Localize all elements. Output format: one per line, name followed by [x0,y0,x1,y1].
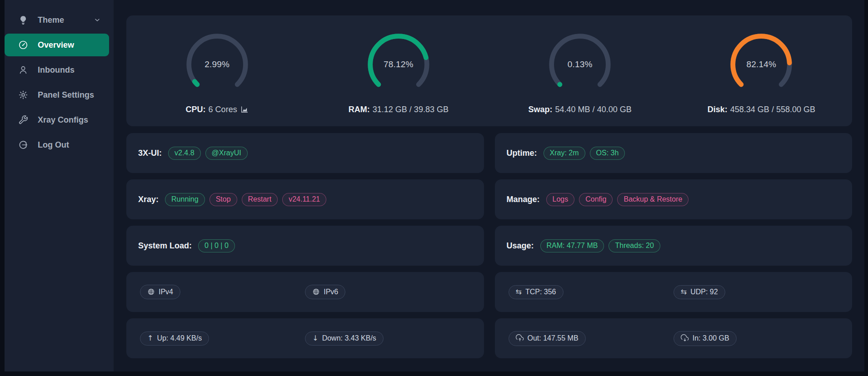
user-icon [18,65,28,75]
system-load-badge: 0 | 0 | 0 [198,239,235,252]
gauge-percent: 0.13% [547,31,613,98]
gauge-label: RAM: [349,105,370,114]
pill-label: TCP: 356 [525,288,556,296]
network-speed-card: ↑ Up: 4.49 KB/s ↓ Down: 3.43 KB/s [126,318,484,358]
sidebar-item-label: Inbounds [38,65,75,75]
sidebar-item-panel-settings[interactable]: Panel Settings [5,84,109,106]
globe-icon [147,288,155,296]
logout-icon [18,140,28,150]
gauge-caption: CPU: 6 Cores [186,105,249,114]
ipv4-half: IPv4 [140,285,305,299]
globe-icon [312,288,320,296]
gauge-label: CPU: [186,105,206,114]
gauge-ring: 2.99% [184,31,250,98]
cloud-download-icon [681,334,689,342]
xray-status-card: Xray: Running Stop Restart v24.11.21 [126,179,484,219]
sidebar-item-inbounds[interactable]: Inbounds [5,59,109,81]
gauge-label: Swap: [529,105,553,114]
gauge-ring: 78.12% [365,31,432,98]
dashboard-icon [18,40,28,50]
xray-version-badge[interactable]: v24.11.21 [282,193,326,206]
traffic-in-half: In: 3.00 GB [673,331,838,346]
download-speed-pill: ↓ Down: 3.43 KB/s [305,331,384,346]
main-content: 2.99% CPU: 6 Cores [114,0,864,371]
usage-card: Usage: RAM: 47.77 MB Threads: 20 [495,226,853,266]
backup-restore-button[interactable]: Backup & Restore [617,193,688,206]
panel-version-badge[interactable]: v2.4.8 [168,147,201,160]
sidebar-item-overview[interactable]: Overview [5,34,109,56]
xray-running-badge: Running [165,193,205,206]
gauge-caption: RAM: 31.12 GB / 39.83 GB [349,105,449,114]
gauge-caption: Disk: 458.34 GB / 558.00 GB [708,105,815,114]
app-window: Theme Overview Inbounds [0,0,868,371]
traffic-out-pill: Out: 147.55 MB [509,331,586,346]
card-label: 3X-UI: [138,148,162,158]
sidebar-item-label: Panel Settings [38,90,94,100]
upload-speed-half: ↑ Up: 4.49 KB/s [140,331,305,346]
download-speed-half: ↓ Down: 3.43 KB/s [305,331,470,346]
pill-label: IPv4 [159,288,173,296]
threads-badge: Threads: 20 [609,239,660,252]
uptime-card: Uptime: Xray: 2m OS: 3h [495,133,853,173]
traffic-out-half: Out: 147.55 MB [509,331,673,346]
udp-count-pill: ⇆ UDP: 92 [673,285,725,299]
card-label: System Load: [138,241,192,251]
sidebar-item-label: Overview [38,40,74,50]
cloud-upload-icon [516,334,524,342]
config-button[interactable]: Config [579,193,613,206]
ipv6-pill[interactable]: IPv6 [305,285,345,299]
arrow-down-icon: ↓ [312,335,318,342]
tcp-count-pill: ⇆ TCP: 356 [509,285,564,299]
sidebar: Theme Overview Inbounds [5,0,114,371]
tcp-half: ⇆ TCP: 356 [509,285,673,299]
pill-label: Out: 147.55 MB [528,335,579,342]
pill-label: Up: 4.49 KB/s [157,335,202,342]
gauge-detail: 458.34 GB / 558.00 GB [730,105,815,114]
system-load-card: System Load: 0 | 0 | 0 [126,226,484,266]
ipv6-half: IPv6 [305,285,470,299]
chevron-down-icon[interactable] [94,16,101,24]
info-grid: 3X-UI: v2.4.8 @XrayUI Uptime: Xray: 2m O… [126,133,852,358]
gauge-ring: 0.13% [547,31,613,98]
logs-button[interactable]: Logs [546,193,575,206]
sidebar-item-theme[interactable]: Theme [5,9,109,31]
card-label: Uptime: [507,148,537,158]
chart-icon[interactable] [240,105,249,114]
gauge-cpu: 2.99% CPU: 6 Cores [126,28,308,114]
gauge-swap: 0.13% Swap: 54.40 MB / 40.00 GB [489,28,671,114]
lightbulb-icon [18,15,28,25]
sidebar-item-xray-configs[interactable]: Xray Configs [5,109,109,131]
sidebar-item-log-out[interactable]: Log Out [5,134,109,156]
xray-restart-button[interactable]: Restart [242,193,278,206]
telegram-channel-badge[interactable]: @XrayUI [205,147,248,160]
gauge-ring: 82.14% [728,31,794,98]
ipv4-pill[interactable]: IPv4 [140,285,180,299]
connections-card: ⇆ TCP: 356 ⇆ UDP: 92 [495,272,853,312]
system-stats-card: 2.99% CPU: 6 Cores [126,15,852,126]
card-label: Xray: [138,195,159,204]
card-label: Manage: [507,195,540,204]
pill-label: Down: 3.43 KB/s [322,335,376,342]
gauge-disk: 82.14% Disk: 458.34 GB / 558.00 GB [671,28,852,114]
gauge-ram: 78.12% RAM: 31.12 GB / 39.83 GB [308,28,489,114]
gauge-label: Disk: [708,105,728,114]
wrench-icon [18,115,28,125]
ip-card: IPv4 IPv6 [126,272,484,312]
gauge-percent: 2.99% [184,31,250,98]
gauge-detail: 31.12 GB / 39.83 GB [373,105,449,114]
pill-label: IPv6 [324,288,338,296]
panel-version-card: 3X-UI: v2.4.8 @XrayUI [126,133,484,173]
gear-icon [18,90,28,100]
traffic-in-pill: In: 3.00 GB [673,331,737,346]
gauge-detail: 54.40 MB / 40.00 GB [555,105,632,114]
upload-speed-pill: ↑ Up: 4.49 KB/s [140,331,209,346]
swap-arrows-icon: ⇆ [681,288,687,296]
gauge-percent: 78.12% [365,31,432,98]
sidebar-item-label: Xray Configs [38,115,88,125]
card-label: Usage: [507,241,534,251]
os-uptime-badge: OS: 3h [590,147,625,160]
gauge-caption: Swap: 54.40 MB / 40.00 GB [529,105,632,114]
xray-stop-button[interactable]: Stop [210,193,237,206]
gauge-percent: 82.14% [728,31,794,98]
pill-label: UDP: 92 [690,288,718,296]
